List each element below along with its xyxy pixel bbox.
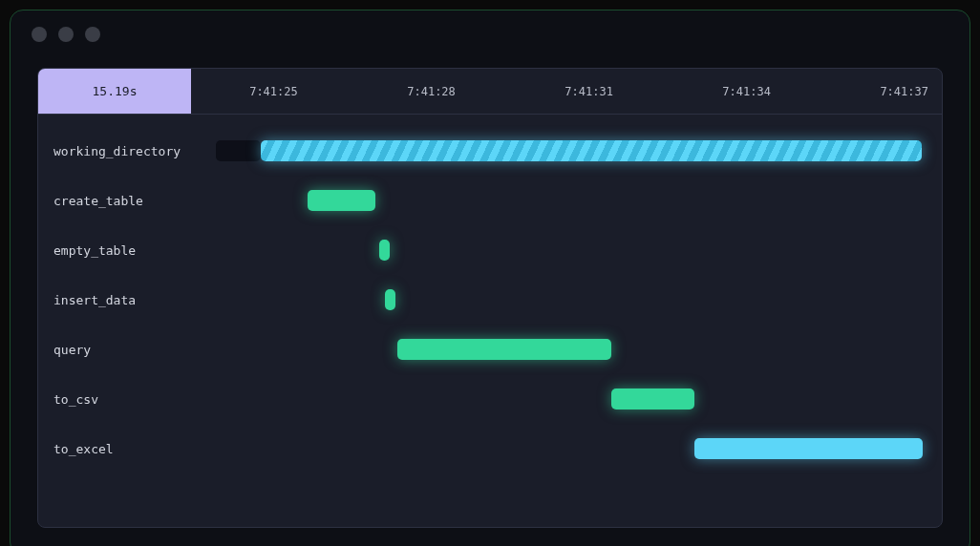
close-icon[interactable] <box>32 27 47 42</box>
span-bar[interactable] <box>261 140 922 161</box>
row-track <box>191 275 942 325</box>
titlebar <box>11 10 969 58</box>
time-axis: 7:41:257:41:287:41:317:41:347:41:37 <box>191 69 942 114</box>
span-bar[interactable] <box>216 140 261 161</box>
gantt-panel: 15.19s 7:41:257:41:287:41:317:41:347:41:… <box>37 68 943 528</box>
gantt-rows: working_directorycreate_tableempty_table… <box>38 115 942 527</box>
row-track <box>191 374 942 424</box>
row-label: empty_table <box>38 243 191 258</box>
maximize-icon[interactable] <box>85 27 100 42</box>
gantt-row[interactable]: empty_table <box>38 225 942 275</box>
span-bar[interactable] <box>397 339 611 360</box>
time-tick: 7:41:28 <box>407 85 456 98</box>
row-label: insert_data <box>38 293 191 307</box>
row-label: to_csv <box>38 392 191 407</box>
span-bar[interactable] <box>308 190 375 211</box>
gantt-row[interactable]: to_csv <box>38 374 942 424</box>
row-track <box>191 325 942 374</box>
row-label: to_excel <box>38 442 191 456</box>
row-track <box>191 225 942 275</box>
row-label: working_directory <box>38 144 191 158</box>
minimize-icon[interactable] <box>58 27 74 42</box>
time-tick: 7:41:34 <box>722 85 771 98</box>
gantt-row[interactable]: working_directory <box>38 126 942 176</box>
gantt-header: 15.19s 7:41:257:41:287:41:317:41:347:41:… <box>38 69 942 115</box>
span-bar[interactable] <box>385 289 395 310</box>
row-track <box>191 176 942 225</box>
span-bar[interactable] <box>379 240 390 261</box>
gantt-row[interactable]: insert_data <box>38 275 942 325</box>
trace-window: 15.19s 7:41:257:41:287:41:317:41:347:41:… <box>10 10 970 546</box>
row-track <box>191 424 942 473</box>
gantt-row[interactable]: create_table <box>38 176 942 225</box>
span-bar[interactable] <box>694 438 924 459</box>
row-track <box>191 126 942 176</box>
time-tick: 7:41:25 <box>249 85 298 98</box>
span-bar[interactable] <box>611 388 693 410</box>
row-label: create_table <box>38 194 191 208</box>
time-tick: 7:41:31 <box>565 85 613 98</box>
row-label: query <box>38 343 191 357</box>
gantt-row[interactable]: to_excel <box>38 424 942 473</box>
duration-badge: 15.19s <box>38 69 191 114</box>
gantt-row[interactable]: query <box>38 325 942 374</box>
time-tick: 7:41:37 <box>880 85 928 98</box>
